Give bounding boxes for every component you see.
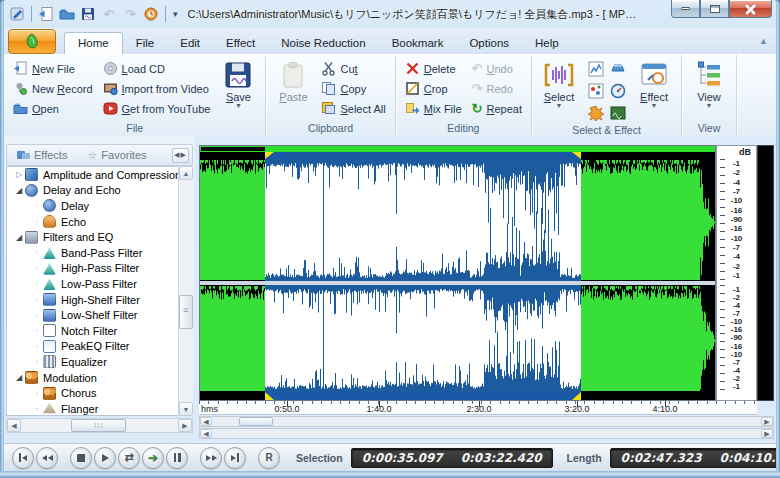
new-file-button[interactable]: New File [10,59,96,78]
load-cd-button[interactable]: Load CD [100,59,214,78]
go-to-start-button[interactable] [12,447,34,469]
time-ruler[interactable]: hms 0:50.01:40.02:30.03:20.04:10.0 [199,401,757,415]
pause-button[interactable] [166,447,188,469]
cut-button[interactable]: Cut [318,59,388,78]
tree-item[interactable]: ·Echo [7,214,192,230]
play-to-end-button[interactable]: ➔ [142,447,164,469]
scroll-thumb[interactable] [179,295,193,329]
open-quick-icon[interactable] [58,5,76,23]
new-file-quick-icon[interactable] [37,5,55,23]
spectrum-tool-icon[interactable] [607,102,628,123]
tree-item[interactable]: ·Notch Filter [7,323,192,339]
tree-item[interactable]: ·Chorus [7,385,192,401]
tree-item[interactable]: ·High-Pass Filter [7,261,192,277]
record-quick-icon[interactable] [142,5,160,23]
crop-button[interactable]: Crop [402,79,465,98]
tree-item[interactable]: ·High-Shelf Filter [7,292,192,308]
tab-help[interactable]: Help [522,33,572,54]
tab-scroll-buttons[interactable]: ◀▶ [172,148,189,163]
go-to-end-button[interactable] [224,447,246,469]
copy-button[interactable]: Copy [318,79,388,98]
amplitude-tool-icon[interactable] [585,58,606,79]
redo-quick-icon[interactable]: ↷ [121,5,139,23]
wave-zoom-scrollbar[interactable]: ◀ ▶ [199,428,774,439]
minimize-button[interactable] [671,0,700,18]
length-total-time: 0:04:10.984 [720,451,780,465]
app-icon[interactable] [8,5,26,23]
undo-quick-icon[interactable]: ↶ [100,5,118,23]
application-menu-button[interactable] [8,29,56,54]
loop-play-button[interactable]: ⇄ [118,447,140,469]
tree-item[interactable]: ◢Delay and Echo [7,183,192,199]
select-all-button[interactable]: Select All [318,99,388,118]
scroll-up-icon[interactable]: ▲ [179,166,193,180]
maximize-button[interactable] [700,0,729,18]
paste-button[interactable]: Paste [270,58,316,121]
save-quick-icon[interactable] [79,5,97,23]
get-from-youtube-button[interactable]: Get from YouTube [100,99,214,118]
rewind-button[interactable] [36,447,58,469]
scroll-left-icon[interactable]: ◀ [200,429,212,438]
tree-item[interactable]: ◢Filters and EQ [7,229,192,245]
tree-item[interactable]: ·Flanger [7,401,192,416]
expander-icon[interactable]: ◢ [13,186,25,195]
title-bar[interactable]: ↶ ↷ ▾ C:\Users\Administrator\Music\もリフ\ニ… [0,0,780,28]
undo-button[interactable]: ↶ Undo [469,59,525,78]
open-button[interactable]: Open [10,99,96,118]
scroll-right-icon[interactable]: ▶ [178,419,192,432]
tree-item[interactable]: ▷Amplitude and Compression [7,167,192,183]
tree-horizontal-scrollbar[interactable]: ◀ ⁞⁞⁞ ▶ [6,418,193,433]
tab-effect[interactable]: Effect [213,33,268,54]
tab-bookmark[interactable]: Bookmark [379,33,457,54]
tree-item[interactable]: ·Equalizer [7,354,192,370]
splash-tool-icon[interactable] [585,102,606,123]
scroll-down-icon[interactable]: ▼ [179,402,193,416]
mix-file-button[interactable]: Mix File [402,99,465,118]
tab-effects[interactable]: Effects [7,145,77,165]
qat-customize-icon[interactable]: ▾ [173,9,178,19]
effect-button[interactable]: Effect ▼ [631,58,677,123]
tab-options[interactable]: Options [456,33,522,54]
scroll-thumb[interactable] [239,417,273,426]
scroll-right-icon[interactable]: ▶ [761,417,773,426]
expander-icon[interactable]: ▷ [13,170,25,179]
tree-item[interactable]: ·Delay [7,198,192,214]
tab-favorites[interactable]: ☆ Favorites [77,145,156,165]
tab-noise-reduction[interactable]: Noise Reduction [268,33,378,54]
close-button[interactable] [729,0,772,18]
speed-tool-icon[interactable] [607,80,628,101]
waveform-display[interactable] [199,145,716,401]
repeat-button[interactable]: ↻ Repeat [469,99,525,118]
tree-item[interactable]: ·Low-Pass Filter [7,276,192,292]
tree-item[interactable]: ◢Modulation [7,370,192,386]
play-button[interactable] [94,447,116,469]
view-button[interactable]: View ▼ [686,58,732,121]
tree-item[interactable]: ·Band-Pass Filter [7,245,192,261]
stop-button[interactable] [70,447,92,469]
tab-edit[interactable]: Edit [167,33,213,54]
save-button[interactable]: Save ▼ [215,58,261,121]
expander-icon[interactable]: ◢ [13,233,25,242]
expander-icon[interactable]: ◢ [13,373,25,382]
tab-home[interactable]: Home [64,32,123,54]
new-record-button[interactable]: New Record [10,79,96,98]
record-button[interactable]: R [258,447,280,469]
tree-item[interactable]: ·PeakEQ Filter [7,339,192,355]
delete-button[interactable]: Delete [402,59,465,78]
scroll-right-icon[interactable]: ▶ [761,429,773,438]
fast-forward-button[interactable] [200,447,222,469]
scroll-left-icon[interactable]: ◀ [200,417,212,426]
ribbon-collapse-icon[interactable]: ▲ [759,36,768,46]
envelope-tool-icon[interactable] [607,58,628,79]
scroll-thumb[interactable]: ⁞⁞⁞ [71,419,126,432]
tab-file[interactable]: File [123,33,168,54]
import-from-video-button[interactable]: Import from Video [100,79,214,98]
tree-item[interactable]: ·Low-Shelf Filter [7,307,192,323]
select-button[interactable]: Select ▼ [536,58,582,123]
film-icon [103,81,118,96]
scroll-left-icon[interactable]: ◀ [7,419,21,432]
wave-horizontal-scrollbar[interactable]: ◀ ▶ [199,416,774,427]
tree-vertical-scrollbar[interactable]: ▲ ▼ [178,166,193,416]
pitch-tool-icon[interactable] [585,80,606,101]
redo-button[interactable]: ↷ Redo [469,79,525,98]
